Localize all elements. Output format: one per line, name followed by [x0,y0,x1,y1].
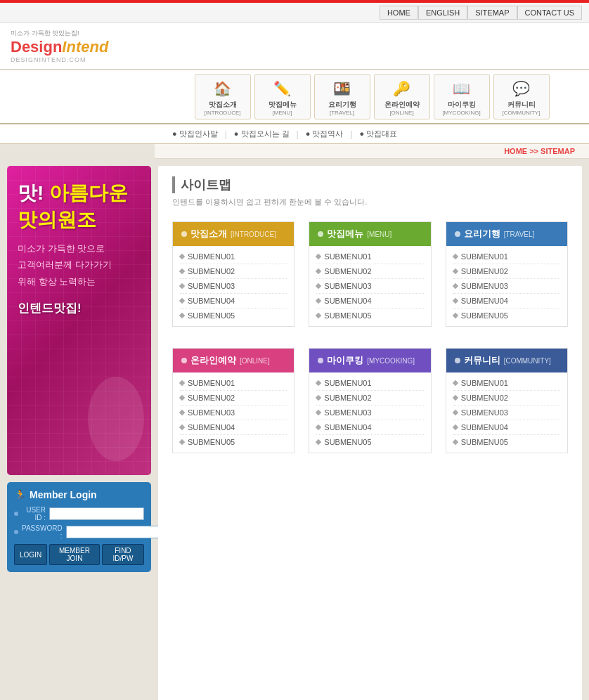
list-item[interactable]: SUBMENU02 [316,264,423,279]
item-text: SUBMENU05 [461,438,508,446]
list-item[interactable]: SUBMENU01 [453,249,560,264]
list-item[interactable]: SUBMENU04 [316,420,423,435]
item-bullet [452,298,458,304]
section-sublabel-travel: [TRAVEL] [504,231,535,238]
sitemap-section-menu: 맛집메뉴 [MENU] SUBMENU01 SUBMENU02 SUBMENU0… [309,221,431,327]
item-text: SUBMENU03 [188,408,235,417]
list-item[interactable]: SUBMENU03 [453,279,560,294]
section-items-mycooking: SUBMENU01 SUBMENU02 SUBMENU03 SUBMENU04 … [309,372,430,453]
list-item[interactable]: SUBMENU01 [316,376,423,391]
section-items-introduce: SUBMENU01 SUBMENU02 SUBMENU03 SUBMENU04 … [173,246,294,326]
list-item[interactable]: SUBMENU03 [180,279,287,294]
item-bullet [316,298,321,304]
introduce-icon: 🏠 [212,77,234,100]
nav-mycooking[interactable]: 📖 마이쿠킹 [MYCOOKING] [434,74,490,119]
login-button[interactable]: LOGIN [14,544,47,565]
list-item[interactable]: SUBMENU02 [180,391,287,406]
item-bullet [452,424,458,430]
list-item[interactable]: SUBMENU01 [180,376,287,391]
list-item[interactable]: SUBMENU02 [453,264,560,279]
logo-tagline: 미소가 가득한 맛있는집! [11,29,165,38]
hero-decoration [88,377,144,461]
list-item[interactable]: SUBMENU01 [180,249,287,264]
list-item[interactable]: SUBMENU03 [316,406,423,420]
header-dot-travel [455,231,460,237]
sub-nav-direction[interactable]: ● 맛집오시는 길 [234,129,290,139]
sub-nav-history[interactable]: ● 맛집역사 [306,129,344,139]
section-label-community: 커뮤니티 [464,354,500,367]
list-item[interactable]: SUBMENU04 [180,420,287,435]
list-item[interactable]: SUBMENU04 [316,294,423,309]
section-label-mycooking: 마이쿠킹 [327,354,363,367]
sub-nav-greeting[interactable]: ● 맛집인사말 [172,129,218,139]
list-item[interactable]: SUBMENU03 [316,279,423,294]
item-text: SUBMENU05 [324,311,371,320]
list-item[interactable]: SUBMENU05 [453,435,560,449]
list-item[interactable]: SUBMENU05 [453,309,560,323]
item-bullet [316,283,321,289]
list-item[interactable]: SUBMENU04 [453,294,560,309]
nav-online[interactable]: 🔑 온라인예약 [ONLINE] [374,74,430,119]
list-item[interactable]: SUBMENU05 [316,435,423,449]
contact-us-button[interactable]: CONTACT US [517,6,583,20]
item-bullet [316,313,321,318]
nav-menu[interactable]: ✏️ 맛집메뉴 [MENU] [254,74,311,119]
online-sub: [ONLINE] [389,110,413,116]
section-sublabel-mycooking: [MYCOOKING] [367,357,415,365]
section-label-travel: 요리기행 [464,228,500,240]
login-run-icon: 🏃 [14,489,26,500]
list-item[interactable]: SUBMENU05 [180,309,287,323]
list-item[interactable]: SUBMENU02 [453,391,560,406]
login-title-text: Member Login [30,489,97,500]
list-item[interactable]: SUBMENU02 [180,264,287,279]
list-item[interactable]: SUBMENU04 [453,420,560,435]
list-item[interactable]: SUBMENU05 [180,435,287,449]
item-text: SUBMENU01 [324,252,371,261]
member-join-button[interactable]: MEMBER JOIN [49,544,100,565]
item-bullet [452,380,458,386]
item-text: SUBMENU01 [188,379,235,387]
hero-banner: 맛! 아름다운 맛의원조 미소가 가득한 맛으로고객여러분께 다가가기위해 항상… [7,166,151,475]
list-item[interactable]: SUBMENU01 [453,376,560,391]
online-label: 온라인예약 [384,100,420,110]
item-bullet [316,380,321,386]
password-input[interactable] [66,526,161,538]
nav-travel[interactable]: 🍱 요리기행 [TRAVEL] [314,74,370,119]
nav-community[interactable]: 💬 커뮤니티 [COMMUNITY] [493,74,550,119]
nav-introduce[interactable]: 🏠 맛집소개 [INTRODUCE] [195,74,251,119]
list-item[interactable]: SUBMENU03 [453,406,560,420]
home-button[interactable]: HOME [380,6,418,20]
item-bullet [179,410,185,415]
main-content: 사이트맵 인텐드를 이용하시면 쉽고 편하게 한눈에 볼 수 있습니다. 맛집소… [158,166,582,700]
community-sub: [COMMUNITY] [503,110,541,116]
list-item[interactable]: SUBMENU05 [316,309,423,323]
section-header-travel: 요리기행 [TRAVEL] [446,222,567,246]
sub-nav-ceo[interactable]: ● 맛집대표 [360,129,398,139]
section-label-menu: 맛집메뉴 [327,228,363,240]
sitemap-button[interactable]: SITEMAP [467,6,517,20]
header-dot-online [181,358,187,363]
sitemap-grid-top: 맛집소개 [INTRODUCE] SUBMENU01 SUBMENU02 SUB… [172,221,568,327]
list-item[interactable]: SUBMENU03 [180,406,287,420]
item-text: SUBMENU02 [461,394,508,402]
item-bullet [452,439,458,445]
introduce-sub: [INTRODUCE] [205,110,241,116]
list-item[interactable]: SUBMENU02 [316,391,423,406]
item-text: SUBMENU05 [188,438,235,446]
item-text: SUBMENU02 [461,267,508,276]
section-label-online: 온라인예약 [190,354,236,367]
section-items-online: SUBMENU01 SUBMENU02 SUBMENU03 SUBMENU04 … [173,372,294,453]
community-icon: 💬 [510,77,533,100]
list-item[interactable]: SUBMENU01 [316,249,423,264]
section-items-travel: SUBMENU01 SUBMENU02 SUBMENU03 SUBMENU04 … [446,246,567,326]
sitemap-section-mycooking: 마이쿠킹 [MYCOOKING] SUBMENU01 SUBMENU02 SUB… [309,348,431,453]
list-item[interactable]: SUBMENU04 [180,294,287,309]
header-dot-mycooking [318,358,323,363]
english-button[interactable]: ENGLISH [418,6,467,20]
section-label-introduce: 맛집소개 [190,228,227,240]
userid-input[interactable] [49,507,144,520]
find-id-pw-button[interactable]: FIND ID/PW [102,544,144,565]
item-bullet [316,268,321,274]
item-bullet [316,254,321,259]
sub-nav: ● 맛집인사말 | ● 맛집오시는 길 | ● 맛집역사 | ● 맛집대표 [0,124,589,144]
